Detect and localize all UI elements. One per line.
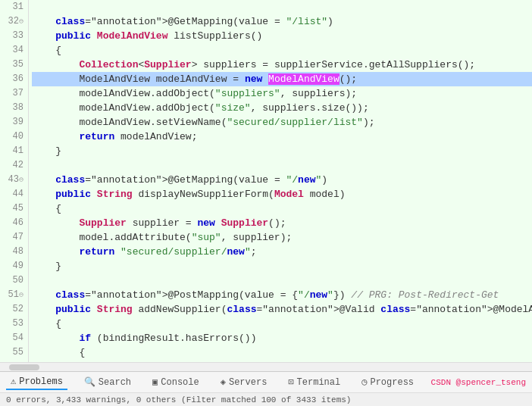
code-editor: 3132⊖3334353637383940414243⊖444546474849… — [0, 0, 532, 371]
console-icon: ▣ — [152, 376, 158, 388]
code-line: Supplier supplier = new Supplier(); — [32, 216, 532, 230]
line-number: 45 — [3, 201, 23, 216]
line-number: 48 — [3, 245, 23, 259]
code-line: class="annotation">@GetMapping(value = "… — [32, 14, 532, 29]
line-number: 42 — [3, 158, 23, 173]
tab-terminal-label: Terminal — [297, 377, 341, 388]
progress-icon: ◷ — [361, 376, 367, 388]
code-line: } — [32, 259, 532, 273]
code-line: { — [32, 317, 532, 331]
tab-terminal[interactable]: ⊡ Terminal — [283, 375, 345, 389]
line-number: 39 — [3, 115, 23, 130]
search-icon: 🔍 — [84, 376, 95, 388]
tab-servers[interactable]: ◈ Servers — [216, 375, 272, 389]
terminal-icon: ⊡ — [288, 376, 293, 388]
line-numbers: 3132⊖3334353637383940414243⊖444546474849… — [0, 0, 29, 362]
line-number: 55 — [3, 345, 23, 360]
tab-servers-label: Servers — [229, 377, 267, 388]
watermark: CSDN @spencer_tseng — [431, 378, 526, 387]
line-number: 53 — [3, 317, 23, 331]
tab-console[interactable]: ▣ Console — [148, 375, 204, 389]
code-line: } — [32, 144, 532, 158]
code-line — [32, 273, 532, 288]
bottom-bar: ⚠ Problems 🔍 Search ▣ Console ◈ Servers … — [0, 371, 532, 392]
code-line: class="annotation">@PostMapping(value = … — [32, 288, 532, 302]
line-number: 43⊖ — [3, 173, 23, 187]
tab-progress-label: Progress — [370, 377, 414, 388]
problems-icon: ⚠ — [11, 376, 16, 387]
status-text: 0 errors, 3,433 warnings, 0 others (Filt… — [6, 395, 351, 404]
horizontal-scrollbar[interactable] — [0, 362, 532, 371]
code-line: modelAndView.addObject("size", suppliers… — [32, 101, 532, 115]
line-number: 54 — [3, 331, 23, 345]
tab-search-label: Search — [99, 377, 131, 388]
line-number: 46 — [3, 216, 23, 230]
line-number: 32⊖ — [3, 14, 23, 29]
code-line: { — [32, 43, 532, 58]
code-line: public ModelAndView listSuppliers() — [32, 29, 532, 43]
code-line: Collection<Supplier> suppliers = supplie… — [32, 58, 532, 72]
line-number: 40 — [3, 130, 23, 144]
code-line — [32, 0, 532, 14]
line-number: 51⊖ — [3, 288, 23, 302]
code-line — [32, 158, 532, 173]
code-line: ModelAndView modelAndView = new ModelAnd… — [32, 72, 532, 86]
line-number: 38 — [3, 101, 23, 115]
line-number: 34 — [3, 43, 23, 58]
tab-console-label: Console — [161, 377, 199, 388]
code-line: { — [32, 201, 532, 216]
code-line: public String displayNewSupplierForm(Mod… — [32, 187, 532, 201]
code-line: return "secured/supplier/new"; — [32, 245, 532, 259]
line-number: 31 — [3, 0, 23, 14]
line-number: 44 — [3, 187, 23, 201]
code-line: model.addAttribute("sup", supplier); — [32, 230, 532, 245]
line-number: 33 — [3, 29, 23, 43]
code-line: modelAndView.setViewName("secured/suppli… — [32, 115, 532, 130]
code-line: modelAndView.addObject("suppliers", supp… — [32, 86, 532, 101]
servers-icon: ◈ — [221, 376, 226, 388]
code-line: public String addNewSupplier(class="anno… — [32, 302, 532, 317]
line-number: 49 — [3, 259, 23, 273]
status-bar: 0 errors, 3,433 warnings, 0 others (Filt… — [0, 392, 532, 406]
line-number: 37 — [3, 86, 23, 101]
code-content[interactable]: class="annotation">@GetMapping(value = "… — [29, 0, 532, 362]
line-number: 41 — [3, 144, 23, 158]
tab-problems[interactable]: ⚠ Problems — [6, 374, 67, 390]
code-line: class="annotation">@GetMapping(value = "… — [32, 173, 532, 187]
line-number: 52 — [3, 302, 23, 317]
code-line: if (bindingResult.hasErrors()) — [32, 331, 532, 345]
tab-problems-label: Problems — [19, 376, 63, 387]
line-number: 47 — [3, 230, 23, 245]
line-number: 50 — [3, 273, 23, 288]
line-number: 36 — [3, 72, 23, 86]
tab-search[interactable]: 🔍 Search — [80, 375, 136, 389]
line-number: 35 — [3, 58, 23, 72]
code-line: { — [32, 345, 532, 360]
scrollbar-thumb[interactable] — [9, 364, 39, 370]
code-line: return modelAndView; — [32, 130, 532, 144]
tab-progress[interactable]: ◷ Progress — [357, 375, 418, 389]
